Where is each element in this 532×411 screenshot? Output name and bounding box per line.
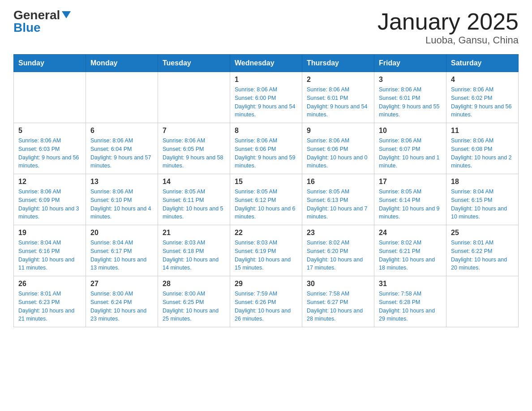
calendar-cell: 5Sunrise: 8:06 AM Sunset: 6:03 PM Daylig… xyxy=(14,123,86,174)
calendar-cell: 11Sunrise: 8:06 AM Sunset: 6:08 PM Dayli… xyxy=(446,123,519,174)
calendar-week-row: 1Sunrise: 8:06 AM Sunset: 6:00 PM Daylig… xyxy=(14,72,519,123)
calendar-week-row: 12Sunrise: 8:06 AM Sunset: 6:09 PM Dayli… xyxy=(14,174,519,225)
day-number: 22 xyxy=(235,229,297,237)
day-info: Sunrise: 8:02 AM Sunset: 6:21 PM Dayligh… xyxy=(379,239,442,272)
calendar-cell: 8Sunrise: 8:06 AM Sunset: 6:06 PM Daylig… xyxy=(230,123,302,174)
day-info: Sunrise: 8:06 AM Sunset: 6:02 PM Dayligh… xyxy=(451,86,514,119)
day-number: 29 xyxy=(235,280,297,288)
calendar-cell: 20Sunrise: 8:04 AM Sunset: 6:17 PM Dayli… xyxy=(86,225,158,276)
day-of-week-header: Wednesday xyxy=(230,55,302,72)
day-info: Sunrise: 8:05 AM Sunset: 6:12 PM Dayligh… xyxy=(235,188,297,221)
day-info: Sunrise: 8:02 AM Sunset: 6:20 PM Dayligh… xyxy=(307,239,369,272)
calendar-cell: 27Sunrise: 8:00 AM Sunset: 6:24 PM Dayli… xyxy=(86,276,158,327)
day-number: 6 xyxy=(90,127,153,135)
day-number: 30 xyxy=(307,280,369,288)
calendar-week-row: 26Sunrise: 8:01 AM Sunset: 6:23 PM Dayli… xyxy=(14,276,519,327)
calendar-cell: 13Sunrise: 8:06 AM Sunset: 6:10 PM Dayli… xyxy=(86,174,158,225)
day-number: 10 xyxy=(379,127,442,135)
day-number: 1 xyxy=(235,76,297,84)
calendar-cell: 15Sunrise: 8:05 AM Sunset: 6:12 PM Dayli… xyxy=(230,174,302,225)
calendar-cell: 16Sunrise: 8:05 AM Sunset: 6:13 PM Dayli… xyxy=(302,174,374,225)
day-info: Sunrise: 8:06 AM Sunset: 6:04 PM Dayligh… xyxy=(90,137,153,170)
calendar-cell: 6Sunrise: 8:06 AM Sunset: 6:04 PM Daylig… xyxy=(86,123,158,174)
calendar-cell: 17Sunrise: 8:05 AM Sunset: 6:14 PM Dayli… xyxy=(374,174,446,225)
logo-triangle-icon xyxy=(62,11,71,18)
day-info: Sunrise: 8:06 AM Sunset: 6:07 PM Dayligh… xyxy=(379,137,442,170)
calendar-cell xyxy=(158,72,230,123)
day-number: 16 xyxy=(307,178,369,186)
calendar-cell: 7Sunrise: 8:06 AM Sunset: 6:05 PM Daylig… xyxy=(158,123,230,174)
day-info: Sunrise: 8:06 AM Sunset: 6:08 PM Dayligh… xyxy=(451,137,514,170)
day-info: Sunrise: 8:00 AM Sunset: 6:24 PM Dayligh… xyxy=(90,290,153,323)
day-info: Sunrise: 8:03 AM Sunset: 6:19 PM Dayligh… xyxy=(235,239,297,272)
day-info: Sunrise: 8:06 AM Sunset: 6:06 PM Dayligh… xyxy=(307,137,369,170)
calendar-cell: 23Sunrise: 8:02 AM Sunset: 6:20 PM Dayli… xyxy=(302,225,374,276)
calendar-cell: 28Sunrise: 8:00 AM Sunset: 6:25 PM Dayli… xyxy=(158,276,230,327)
calendar-cell: 24Sunrise: 8:02 AM Sunset: 6:21 PM Dayli… xyxy=(374,225,446,276)
day-info: Sunrise: 8:01 AM Sunset: 6:22 PM Dayligh… xyxy=(451,239,514,272)
day-number: 3 xyxy=(379,76,442,84)
day-of-week-header: Thursday xyxy=(302,55,374,72)
day-number: 11 xyxy=(451,127,514,135)
calendar-cell: 21Sunrise: 8:03 AM Sunset: 6:18 PM Dayli… xyxy=(158,225,230,276)
day-number: 26 xyxy=(18,280,81,288)
day-of-week-header: Saturday xyxy=(446,55,519,72)
calendar-cell: 14Sunrise: 8:05 AM Sunset: 6:11 PM Dayli… xyxy=(158,174,230,225)
day-number: 19 xyxy=(18,229,81,237)
calendar-cell: 26Sunrise: 8:01 AM Sunset: 6:23 PM Dayli… xyxy=(14,276,86,327)
calendar-cell: 19Sunrise: 8:04 AM Sunset: 6:16 PM Dayli… xyxy=(14,225,86,276)
day-number: 15 xyxy=(235,178,297,186)
day-info: Sunrise: 8:04 AM Sunset: 6:16 PM Dayligh… xyxy=(18,239,81,272)
logo: General Blue xyxy=(13,9,71,34)
logo-general-text: General xyxy=(13,9,60,21)
day-info: Sunrise: 8:06 AM Sunset: 6:01 PM Dayligh… xyxy=(307,86,369,119)
calendar-cell: 4Sunrise: 8:06 AM Sunset: 6:02 PM Daylig… xyxy=(446,72,519,123)
day-number: 5 xyxy=(18,127,81,135)
day-number: 28 xyxy=(163,280,225,288)
calendar-table: SundayMondayTuesdayWednesdayThursdayFrid… xyxy=(13,54,519,327)
day-info: Sunrise: 8:06 AM Sunset: 6:03 PM Dayligh… xyxy=(18,137,81,170)
day-of-week-header: Tuesday xyxy=(158,55,230,72)
calendar-cell: 2Sunrise: 8:06 AM Sunset: 6:01 PM Daylig… xyxy=(302,72,374,123)
calendar-cell: 29Sunrise: 7:59 AM Sunset: 6:26 PM Dayli… xyxy=(230,276,302,327)
day-number: 18 xyxy=(451,178,514,186)
day-of-week-header: Monday xyxy=(86,55,158,72)
calendar-cell xyxy=(86,72,158,123)
day-info: Sunrise: 8:04 AM Sunset: 6:15 PM Dayligh… xyxy=(451,188,514,221)
day-info: Sunrise: 8:06 AM Sunset: 6:01 PM Dayligh… xyxy=(379,86,442,119)
day-number: 17 xyxy=(379,178,442,186)
day-number: 13 xyxy=(90,178,153,186)
title-section: January 2025 Luoba, Gansu, China xyxy=(378,9,519,46)
logo-blue-text: Blue xyxy=(13,21,41,34)
day-of-week-header: Sunday xyxy=(14,55,86,72)
calendar-cell: 25Sunrise: 8:01 AM Sunset: 6:22 PM Dayli… xyxy=(446,225,519,276)
month-title: January 2025 xyxy=(378,9,519,34)
location-text: Luoba, Gansu, China xyxy=(378,34,519,46)
calendar-week-row: 5Sunrise: 8:06 AM Sunset: 6:03 PM Daylig… xyxy=(14,123,519,174)
day-number: 2 xyxy=(307,76,369,84)
day-info: Sunrise: 8:00 AM Sunset: 6:25 PM Dayligh… xyxy=(163,290,225,323)
calendar-cell: 3Sunrise: 8:06 AM Sunset: 6:01 PM Daylig… xyxy=(374,72,446,123)
day-number: 14 xyxy=(163,178,225,186)
calendar-cell: 22Sunrise: 8:03 AM Sunset: 6:19 PM Dayli… xyxy=(230,225,302,276)
day-info: Sunrise: 8:05 AM Sunset: 6:13 PM Dayligh… xyxy=(307,188,369,221)
calendar-header-row: SundayMondayTuesdayWednesdayThursdayFrid… xyxy=(14,55,519,72)
day-info: Sunrise: 7:58 AM Sunset: 6:28 PM Dayligh… xyxy=(379,290,442,323)
calendar-cell: 1Sunrise: 8:06 AM Sunset: 6:00 PM Daylig… xyxy=(230,72,302,123)
day-info: Sunrise: 8:04 AM Sunset: 6:17 PM Dayligh… xyxy=(90,239,153,272)
day-of-week-header: Friday xyxy=(374,55,446,72)
day-number: 31 xyxy=(379,280,442,288)
day-info: Sunrise: 8:06 AM Sunset: 6:09 PM Dayligh… xyxy=(18,188,81,221)
calendar-cell: 12Sunrise: 8:06 AM Sunset: 6:09 PM Dayli… xyxy=(14,174,86,225)
day-number: 7 xyxy=(163,127,225,135)
day-number: 4 xyxy=(451,76,514,84)
calendar-cell: 31Sunrise: 7:58 AM Sunset: 6:28 PM Dayli… xyxy=(374,276,446,327)
day-number: 9 xyxy=(307,127,369,135)
day-number: 23 xyxy=(307,229,369,237)
day-info: Sunrise: 8:05 AM Sunset: 6:14 PM Dayligh… xyxy=(379,188,442,221)
day-number: 24 xyxy=(379,229,442,237)
calendar-cell xyxy=(14,72,86,123)
day-number: 21 xyxy=(163,229,225,237)
day-number: 8 xyxy=(235,127,297,135)
calendar-cell: 10Sunrise: 8:06 AM Sunset: 6:07 PM Dayli… xyxy=(374,123,446,174)
